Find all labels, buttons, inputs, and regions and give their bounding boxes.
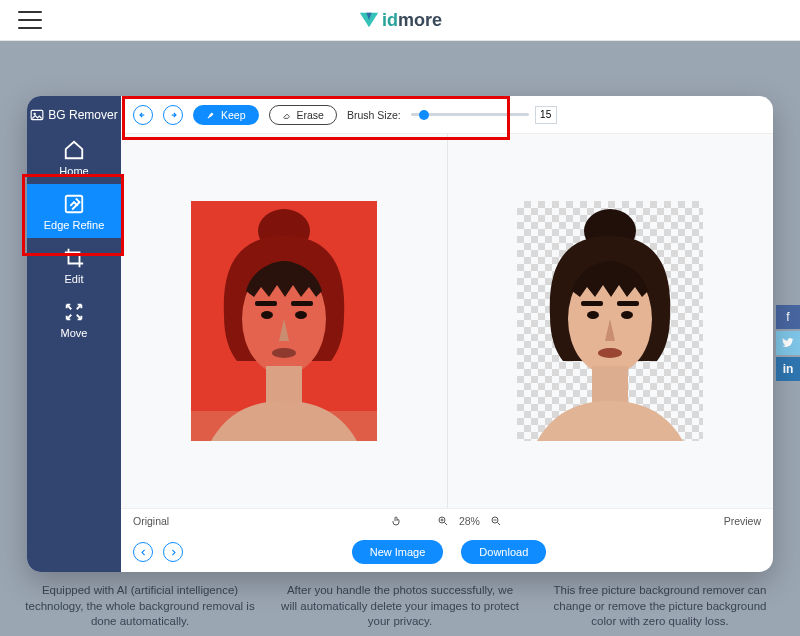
- prev-image-button[interactable]: [133, 542, 153, 562]
- preview-pane[interactable]: [448, 134, 774, 508]
- logo-icon: [358, 9, 380, 31]
- svg-rect-10: [291, 301, 313, 306]
- bg-remover-editor: BG Remover Home Edge Refine Edit: [27, 96, 773, 572]
- svg-point-21: [598, 348, 622, 358]
- zoom-out-icon[interactable]: [490, 515, 502, 527]
- undo-icon: [138, 110, 148, 120]
- undo-button[interactable]: [133, 105, 153, 125]
- slider-thumb[interactable]: [419, 110, 429, 120]
- original-pane[interactable]: [121, 134, 447, 508]
- svg-point-20: [621, 311, 633, 319]
- sidebar-item-label: Edit: [65, 273, 84, 285]
- move-icon: [63, 301, 85, 323]
- edge-refine-icon: [63, 193, 85, 215]
- zoom-in-icon[interactable]: [437, 515, 449, 527]
- brush-size-value[interactable]: 15: [535, 106, 557, 124]
- chevron-left-icon: [139, 548, 148, 557]
- feature-columns: Equipped with AI (artificial intelligenc…: [0, 583, 800, 630]
- redo-icon: [168, 110, 178, 120]
- eraser-icon: [282, 110, 292, 120]
- zoom-value: 28%: [459, 515, 480, 527]
- brush-size-slider[interactable]: [411, 113, 529, 116]
- app-title: BG Remover: [30, 102, 117, 130]
- twitter-icon: [782, 337, 794, 349]
- original-image: [191, 201, 377, 441]
- download-button[interactable]: Download: [461, 540, 546, 564]
- preview-label: Preview: [724, 515, 761, 527]
- svg-point-1: [34, 113, 36, 115]
- status-bar: Original 28% Preview: [121, 508, 773, 532]
- svg-point-12: [295, 311, 307, 319]
- main-area: Keep Erase Brush Size: 15: [121, 96, 773, 572]
- svg-rect-17: [581, 301, 603, 306]
- feature-text-3: This free picture background remover can…: [540, 583, 780, 630]
- app-title-label: BG Remover: [48, 108, 117, 122]
- erase-button[interactable]: Erase: [269, 105, 337, 125]
- sidebar-item-home[interactable]: Home: [27, 130, 121, 184]
- sidebar: BG Remover Home Edge Refine Edit: [27, 96, 121, 572]
- sidebar-item-edge-refine[interactable]: Edge Refine: [27, 184, 121, 238]
- original-label: Original: [133, 515, 169, 527]
- next-image-button[interactable]: [163, 542, 183, 562]
- footer-actions: New Image Download: [121, 532, 773, 572]
- home-icon: [63, 139, 85, 161]
- sidebar-item-label: Move: [61, 327, 88, 339]
- redo-button[interactable]: [163, 105, 183, 125]
- keep-button[interactable]: Keep: [193, 105, 259, 125]
- keep-label: Keep: [221, 109, 246, 121]
- svg-point-19: [587, 311, 599, 319]
- sidebar-item-move[interactable]: Move: [27, 292, 121, 346]
- erase-label: Erase: [297, 109, 324, 121]
- share-linkedin-button[interactable]: in: [776, 357, 800, 381]
- svg-rect-16: [592, 366, 628, 406]
- brand-logo[interactable]: idmore: [358, 9, 442, 31]
- svg-point-11: [261, 311, 273, 319]
- sidebar-item-label: Edge Refine: [44, 219, 105, 231]
- toolbar: Keep Erase Brush Size: 15: [121, 96, 773, 134]
- feature-text-2: After you handle the photos successfully…: [280, 583, 520, 630]
- social-rail: f in: [776, 305, 800, 383]
- sidebar-item-edit[interactable]: Edit: [27, 238, 121, 292]
- hand-icon[interactable]: [391, 515, 403, 527]
- site-header: idmore: [0, 0, 800, 41]
- brush-size-label: Brush Size:: [347, 109, 401, 121]
- share-twitter-button[interactable]: [776, 331, 800, 355]
- svg-rect-8: [266, 366, 302, 406]
- menu-button[interactable]: [18, 11, 42, 29]
- brush-size-control: 15: [411, 106, 557, 124]
- svg-rect-9: [255, 301, 277, 306]
- new-image-button[interactable]: New Image: [352, 540, 444, 564]
- crop-icon: [63, 247, 85, 269]
- svg-rect-18: [617, 301, 639, 306]
- sidebar-item-label: Home: [59, 165, 88, 177]
- workspace: [121, 134, 773, 508]
- share-facebook-button[interactable]: f: [776, 305, 800, 329]
- brand-text: idmore: [382, 10, 442, 31]
- feature-text-1: Equipped with AI (artificial intelligenc…: [20, 583, 260, 630]
- svg-rect-2: [66, 196, 83, 213]
- svg-point-13: [272, 348, 296, 358]
- brush-icon: [206, 110, 216, 120]
- picture-icon: [30, 108, 44, 122]
- chevron-right-icon: [169, 548, 178, 557]
- preview-image: [517, 201, 703, 441]
